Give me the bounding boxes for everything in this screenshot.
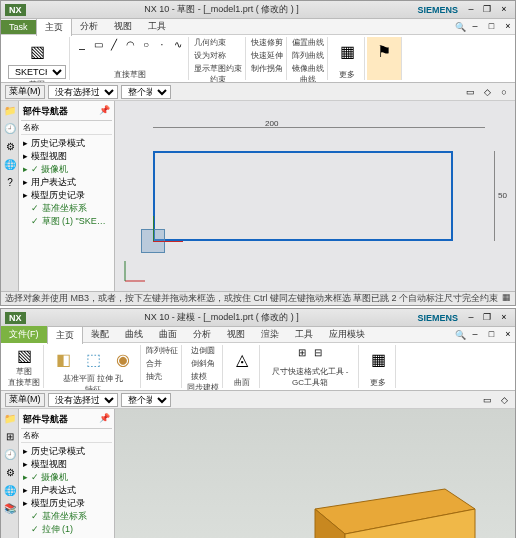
- tree[interactable]: ▸ 历史记录模式▸ 模型视图▸ ✓ 摄像机▸ 用户表达式▸ 模型历史记录✓ 基准…: [21, 443, 112, 538]
- tab-tools[interactable]: 工具: [140, 18, 174, 35]
- close-button[interactable]: ×: [497, 4, 511, 16]
- view-tool-icon[interactable]: ◇: [497, 393, 511, 407]
- pin-icon[interactable]: 📌: [99, 413, 110, 426]
- offset-curve-button[interactable]: 偏置曲线: [292, 37, 324, 48]
- tab-view[interactable]: 视图: [106, 18, 140, 35]
- hole-icon[interactable]: ◉: [109, 345, 137, 373]
- quick-trim-button[interactable]: 快速修剪: [251, 37, 283, 48]
- doc-restore-button[interactable]: □: [484, 21, 498, 33]
- tree-node[interactable]: ✓ 拉伸 (1): [23, 523, 110, 536]
- sketch-icon[interactable]: ▧: [10, 345, 38, 366]
- doc-minimize-button[interactable]: –: [468, 21, 482, 33]
- search-icon[interactable]: 🔍: [454, 20, 468, 34]
- surface-icon[interactable]: ◬: [228, 345, 256, 373]
- tree-node[interactable]: ✓ 基准坐标系: [23, 202, 110, 215]
- view-tool-icon[interactable]: ▭: [480, 393, 494, 407]
- tree-node[interactable]: ▸ ✓ 摄像机: [23, 471, 110, 484]
- circle-icon[interactable]: ○: [139, 37, 153, 51]
- navigator-icon[interactable]: 📁: [3, 413, 17, 427]
- tab-analysis[interactable]: 分析: [185, 326, 219, 343]
- mirror-curve-button[interactable]: 镜像曲线: [292, 63, 324, 74]
- tree-node[interactable]: ✓ 基准坐标系: [23, 510, 110, 523]
- roles-icon[interactable]: ⚙: [3, 467, 17, 481]
- tab-home[interactable]: 主页: [47, 326, 83, 344]
- navigator-icon[interactable]: 📁: [3, 105, 17, 119]
- profile-icon[interactable]: ⎯: [75, 37, 89, 51]
- sketch-rectangle[interactable]: [153, 151, 453, 241]
- line-icon[interactable]: ╱: [107, 37, 121, 51]
- dimension-height[interactable]: 50: [498, 191, 507, 200]
- tree-node[interactable]: ▸ 模型视图: [23, 150, 110, 163]
- tab-application[interactable]: 应用模块: [321, 326, 373, 343]
- tree-node[interactable]: ▸ 用户表达式: [23, 176, 110, 189]
- tree-node[interactable]: ▸ 历史记录模式: [23, 445, 110, 458]
- gc-tool-icon[interactable]: ⊞: [295, 345, 309, 359]
- tree-node[interactable]: ▸ 用户表达式: [23, 484, 110, 497]
- more-icon[interactable]: ▦: [333, 37, 361, 65]
- extrude-solid[interactable]: [295, 479, 485, 538]
- tab-tools[interactable]: 工具: [287, 326, 321, 343]
- tab-home[interactable]: 主页: [36, 18, 72, 36]
- chamfer-button[interactable]: 倒斜角: [191, 358, 215, 369]
- restore-button[interactable]: ❐: [480, 4, 494, 16]
- browser-icon[interactable]: 🌐: [3, 485, 17, 499]
- make-corner-button[interactable]: 制作拐角: [251, 63, 283, 74]
- tree-node[interactable]: ▸ 模型历史记录: [23, 189, 110, 202]
- extrude-icon[interactable]: ⬚: [79, 345, 107, 373]
- scope-select[interactable]: 整个装配: [121, 85, 171, 99]
- view-tool-icon[interactable]: ◇: [480, 85, 494, 99]
- point-icon[interactable]: ·: [155, 37, 169, 51]
- browser-icon[interactable]: 🌐: [3, 159, 17, 173]
- show-constraint-button[interactable]: 显示草图约束: [194, 63, 242, 74]
- tab-analysis[interactable]: 分析: [72, 18, 106, 35]
- doc-restore-button[interactable]: □: [484, 329, 498, 341]
- tree-node[interactable]: ✓ 草图 (1) "SKETCH_...: [23, 215, 110, 228]
- pin-icon[interactable]: 📌: [99, 105, 110, 118]
- tree-node[interactable]: ▸ 模型视图: [23, 458, 110, 471]
- sketch-select[interactable]: SKETCH_000: [8, 65, 66, 79]
- tree-node[interactable]: ▸ ✓ 摄像机: [23, 163, 110, 176]
- make-symmetric-button[interactable]: 设为对称: [194, 50, 226, 61]
- doc-close-button[interactable]: ×: [501, 329, 515, 341]
- tab-render[interactable]: 渲染: [253, 326, 287, 343]
- rectangle-icon[interactable]: ▭: [91, 37, 105, 51]
- doc-close-button[interactable]: ×: [501, 21, 515, 33]
- tree[interactable]: ▸ 历史记录模式▸ 模型视图▸ ✓ 摄像机▸ 用户表达式▸ 模型历史记录✓ 基准…: [21, 135, 112, 230]
- roles-icon[interactable]: ⚙: [3, 141, 17, 155]
- tab-curve[interactable]: 曲线: [117, 326, 151, 343]
- geom-constraint-button[interactable]: 几何约束: [194, 37, 226, 48]
- graphics-canvas[interactable]: [115, 409, 515, 538]
- menu-button[interactable]: 菜单(M): [5, 393, 45, 407]
- history-icon[interactable]: 🕘: [3, 123, 17, 137]
- tree-node[interactable]: ▸ 历史记录模式: [23, 137, 110, 150]
- filter-select[interactable]: 没有选择过滤器: [48, 85, 118, 99]
- datum-plane-icon[interactable]: ◧: [49, 345, 77, 373]
- tree-node[interactable]: ▸ 模型历史记录: [23, 497, 110, 510]
- quick-extend-button[interactable]: 快速延伸: [251, 50, 283, 61]
- more-icon[interactable]: ▦: [364, 345, 392, 373]
- menu-button[interactable]: 菜单(M): [5, 85, 45, 99]
- close-button[interactable]: ×: [497, 312, 511, 324]
- help-icon[interactable]: ?: [3, 177, 17, 191]
- edge-blend-button[interactable]: 边倒圆: [191, 345, 215, 356]
- assembly-nav-icon[interactable]: ⊞: [3, 431, 17, 445]
- spline-icon[interactable]: ∿: [171, 37, 185, 51]
- tab-view[interactable]: 视图: [219, 326, 253, 343]
- restore-button[interactable]: ❐: [480, 312, 494, 324]
- minimize-button[interactable]: –: [464, 4, 478, 16]
- filter-select[interactable]: 没有选择过滤器: [48, 393, 118, 407]
- task-button[interactable]: Task: [1, 20, 36, 34]
- scope-select[interactable]: 整个装配: [121, 393, 171, 407]
- history-icon[interactable]: 🕘: [3, 449, 17, 463]
- draft-button[interactable]: 拔模: [191, 371, 207, 382]
- shell-button[interactable]: 抽壳: [146, 371, 162, 382]
- tab-surface[interactable]: 曲面: [151, 326, 185, 343]
- search-icon[interactable]: 🔍: [454, 328, 468, 342]
- unite-button[interactable]: 合并: [146, 358, 162, 369]
- reuse-icon[interactable]: 📚: [3, 503, 17, 517]
- file-button[interactable]: 文件(F): [1, 326, 47, 343]
- tab-assembly[interactable]: 装配: [83, 326, 117, 343]
- view-tool-icon[interactable]: ▭: [463, 85, 477, 99]
- pattern-curve-button[interactable]: 阵列曲线: [292, 50, 324, 61]
- gc-tool-icon[interactable]: ⊟: [311, 345, 325, 359]
